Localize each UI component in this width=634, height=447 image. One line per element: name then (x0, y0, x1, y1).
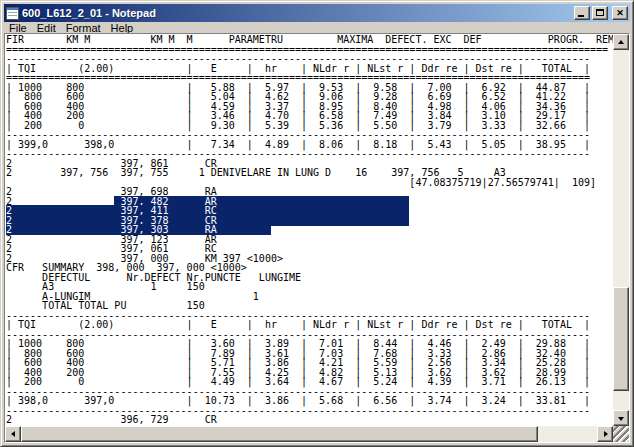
minimize-icon (578, 15, 584, 17)
minimize-button[interactable] (574, 6, 590, 20)
vertical-scrollbar[interactable] (613, 34, 629, 426)
title-bar[interactable]: 600_L612_2_01 - Notepad ✕ (4, 4, 630, 22)
menu-item-edit[interactable]: Edit (32, 23, 61, 33)
editor-content: FIR KM M KM M M PARAMETRU MAXIMA DEFECT.… (4, 33, 630, 443)
down-arrow-icon (618, 417, 624, 421)
menu-bar: FileEditFormatHelp (4, 23, 630, 33)
text-area[interactable]: FIR KM M KM M M PARAMETRU MAXIMA DEFECT.… (5, 34, 613, 426)
horizontal-scroll-thumb[interactable] (21, 426, 538, 442)
horizontal-scrollbar[interactable] (5, 426, 613, 442)
scroll-up-button[interactable] (613, 34, 629, 50)
close-button[interactable]: ✕ (612, 6, 628, 20)
window-controls: ✕ (574, 6, 628, 20)
resize-grip[interactable] (613, 426, 629, 442)
scroll-left-button[interactable] (5, 426, 21, 442)
left-arrow-icon (11, 431, 15, 437)
up-arrow-icon (618, 40, 624, 44)
scroll-right-button[interactable] (597, 426, 613, 442)
close-icon: ✕ (613, 7, 627, 19)
menu-item-help[interactable]: Help (106, 23, 139, 33)
right-arrow-icon (604, 431, 608, 437)
maximize-icon (596, 9, 604, 16)
notepad-icon[interactable] (6, 7, 19, 20)
menu-item-format[interactable]: Format (61, 23, 106, 33)
scroll-down-button[interactable] (613, 410, 629, 426)
window-title: 600_L612_2_01 - Notepad (22, 4, 156, 22)
maximize-button[interactable] (592, 6, 608, 20)
menu-item-file[interactable]: File (4, 23, 32, 33)
vertical-scroll-thumb[interactable] (613, 287, 629, 391)
text-line: 2 396, 729 CR (6, 415, 613, 425)
notepad-window: 600_L612_2_01 - Notepad ✕ FileEditFormat… (0, 0, 634, 447)
